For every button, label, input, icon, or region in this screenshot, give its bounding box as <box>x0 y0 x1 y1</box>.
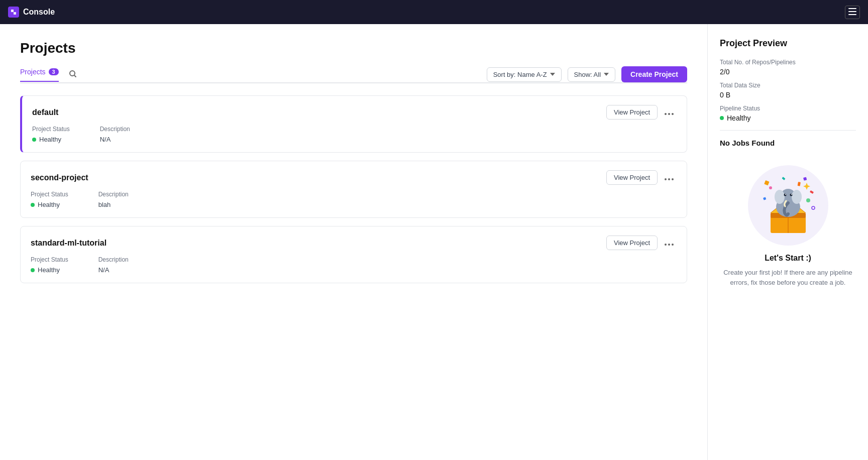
project-status-text-tutorial: Healthy <box>38 266 60 274</box>
project-name-second: second-project <box>31 173 88 182</box>
svg-rect-1 <box>848 11 856 12</box>
svg-point-3 <box>70 71 75 76</box>
project-card-default-actions: View Project <box>606 105 677 120</box>
illustration-circle <box>748 165 828 246</box>
project-card-second-header: second-project View Project <box>21 161 687 191</box>
project-status-value-second: Healthy <box>31 201 68 208</box>
svg-line-4 <box>74 75 76 77</box>
project-card-second-body: Project Status Healthy Description blah <box>21 191 687 217</box>
tabs-row: Projects 3 Sort by: Name A-Z Show: All <box>20 66 687 83</box>
svg-rect-2 <box>848 14 856 15</box>
search-button[interactable] <box>67 68 79 81</box>
svg-point-11 <box>665 244 667 246</box>
toolbar: Sort by: Name A-Z Show: All Create Proje… <box>487 66 687 82</box>
project-description-label-default: Description <box>100 126 130 133</box>
project-status-value-tutorial: Healthy <box>31 266 68 274</box>
project-description-label-tutorial: Description <box>98 256 129 263</box>
tab-projects-badge: 3 <box>49 68 59 75</box>
total-repos-field: Total No. of Repos/Pipelines 2/0 <box>720 59 856 76</box>
project-card-default: default View Project Project Status Hea <box>20 95 687 153</box>
panel-title: Project Preview <box>720 38 856 49</box>
total-data-size-field: Total Data Size 0 B <box>720 82 856 99</box>
more-options-default-button[interactable] <box>662 105 677 120</box>
project-description-value-second: blah <box>98 201 129 208</box>
logo-icon <box>8 7 19 18</box>
pipeline-status-dot <box>720 116 724 120</box>
svg-point-20 <box>769 186 772 189</box>
no-jobs-title: No Jobs Found <box>720 139 856 147</box>
pipeline-status-label: Pipeline Status <box>720 105 856 112</box>
project-card-default-header: default View Project <box>22 96 687 126</box>
project-card-second-actions: View Project <box>606 170 677 185</box>
layout: Projects Projects 3 Sort by: Name A-Z <box>0 24 868 460</box>
project-card-tutorial-body: Project Status Healthy Description N/A <box>21 256 687 283</box>
project-description-label-second: Description <box>98 191 129 198</box>
elephant-svg-icon <box>755 173 821 238</box>
menu-button[interactable] <box>845 6 860 19</box>
svg-point-32 <box>791 194 792 195</box>
project-name-tutorial: standard-ml-tutorial <box>31 239 106 248</box>
svg-point-12 <box>668 244 670 246</box>
svg-point-10 <box>672 178 674 180</box>
brand-title: Console <box>23 8 55 17</box>
sort-dropdown[interactable]: Sort by: Name A-Z <box>487 67 562 82</box>
elephant-illustration: Let's Start :) Create your first job! If… <box>720 155 856 297</box>
pipeline-status-value: Healthy <box>727 114 750 122</box>
project-description-value-tutorial: N/A <box>98 266 129 274</box>
svg-rect-0 <box>848 8 856 9</box>
svg-rect-16 <box>810 190 814 194</box>
svg-rect-15 <box>803 177 807 180</box>
svg-point-6 <box>668 113 670 115</box>
panel-divider <box>720 130 856 131</box>
svg-point-8 <box>665 178 667 180</box>
svg-point-18 <box>806 198 810 202</box>
svg-point-7 <box>672 113 674 115</box>
page-title: Projects <box>20 40 687 56</box>
status-dot-default <box>32 138 36 142</box>
create-project-button[interactable]: Create Project <box>621 66 687 82</box>
project-status-label-default: Project Status <box>32 126 70 133</box>
view-project-tutorial-button[interactable]: View Project <box>606 236 658 250</box>
svg-point-13 <box>672 244 674 246</box>
svg-point-33 <box>812 206 815 209</box>
svg-point-29 <box>784 194 786 196</box>
project-card-second: second-project View Project Project Stat… <box>20 161 687 218</box>
status-dot-tutorial <box>31 268 35 272</box>
svg-point-31 <box>785 194 786 195</box>
svg-point-28 <box>792 190 802 204</box>
project-description-field-tutorial: Description N/A <box>98 256 129 274</box>
total-repos-value: 2/0 <box>720 68 856 76</box>
project-description-value-default: N/A <box>100 136 130 143</box>
brand: Console <box>8 7 55 18</box>
svg-point-30 <box>790 194 792 196</box>
tab-projects-label: Projects <box>20 68 46 76</box>
pipeline-status-row: Healthy <box>720 114 856 122</box>
project-card-tutorial-header: standard-ml-tutorial View Project <box>21 226 687 256</box>
more-options-tutorial-button[interactable] <box>662 236 677 250</box>
project-status-field-second: Project Status Healthy <box>31 191 68 208</box>
project-status-value-default: Healthy <box>32 136 70 143</box>
status-dot-second <box>31 203 35 207</box>
svg-rect-21 <box>782 177 785 180</box>
svg-rect-19 <box>797 182 800 186</box>
more-options-second-button[interactable] <box>662 170 677 185</box>
total-repos-label: Total No. of Repos/Pipelines <box>720 59 856 66</box>
total-data-size-value: 0 B <box>720 91 856 99</box>
topnav: Console <box>0 0 868 24</box>
project-card-tutorial: standard-ml-tutorial View Project Projec… <box>20 226 687 283</box>
project-status-label-second: Project Status <box>31 191 68 198</box>
tab-projects[interactable]: Projects 3 <box>20 68 59 82</box>
view-project-second-button[interactable]: View Project <box>606 170 658 185</box>
project-card-default-body: Project Status Healthy Description N/A <box>22 126 687 152</box>
lets-start-heading: Let's Start :) <box>765 254 811 263</box>
project-status-field-default: Project Status Healthy <box>32 126 70 143</box>
show-dropdown[interactable]: Show: All <box>568 67 615 82</box>
view-project-default-button[interactable]: View Project <box>606 105 658 120</box>
project-card-tutorial-actions: View Project <box>606 236 677 250</box>
project-status-field-tutorial: Project Status Healthy <box>31 256 68 274</box>
project-status-label-tutorial: Project Status <box>31 256 68 263</box>
project-name-default: default <box>32 108 58 117</box>
svg-point-5 <box>665 113 667 115</box>
lets-start-description: Create your first job! If there are any … <box>720 268 856 287</box>
right-panel: Project Preview Total No. of Repos/Pipel… <box>707 24 868 460</box>
